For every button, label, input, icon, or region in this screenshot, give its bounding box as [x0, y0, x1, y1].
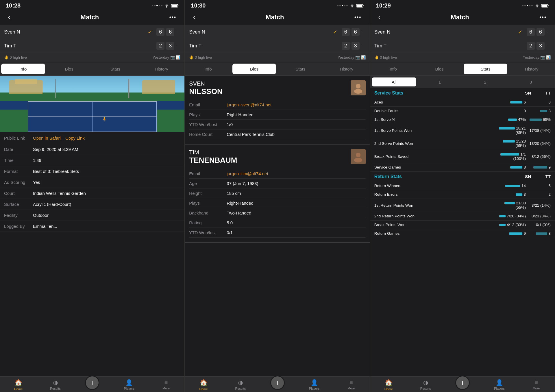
winner-check-3: ✓	[518, 29, 522, 35]
more-button-2[interactable]: •••	[352, 13, 364, 22]
tab-bios-3[interactable]: Bios	[417, 64, 461, 74]
tab-history-2[interactable]: History	[325, 64, 369, 74]
players-label-2: Players	[309, 387, 320, 390]
back-button-1[interactable]: ‹	[6, 12, 12, 22]
bio-ytd-p1: YTD Won/Lost 1/0	[189, 120, 365, 130]
add-button-3[interactable]: +	[455, 376, 470, 390]
court-value: Indian Wells Tennis Garden	[33, 191, 86, 196]
tab-stats-3[interactable]: Stats	[464, 64, 508, 74]
bottom-more-1[interactable]: ≡ More	[148, 379, 185, 391]
time-label: Time	[4, 158, 33, 163]
rating-label-p2: Rating	[189, 220, 227, 225]
add-button-2[interactable]: +	[270, 376, 285, 390]
bottom-more-2[interactable]: ≡ More	[333, 379, 370, 391]
bottom-tab-bar-3: 🏠 Home ◑ Results + 👤 Players ≡ More	[370, 376, 555, 392]
set2-p2-1: 3	[166, 42, 174, 50]
stats-tab-all[interactable]: All	[372, 77, 417, 86]
2rpw-label: 2nd Return Points Won	[374, 214, 499, 218]
df-tt: 3	[528, 109, 551, 113]
tab-stats-1[interactable]: Stats	[93, 64, 137, 74]
bottom-home-1[interactable]: 🏠 Home	[0, 379, 37, 391]
bottom-players-1[interactable]: 👤 Players	[111, 379, 148, 391]
bio-plays-p2: Plays Right-Handed	[189, 198, 365, 208]
open-safari-link[interactable]: Open in Safari	[33, 136, 61, 140]
bottom-results-2[interactable]: ◑ Results	[222, 379, 259, 391]
status-time-3: 10:29	[376, 2, 391, 9]
set1-p1-1: 6	[156, 28, 164, 36]
serve-p2-2: ·	[362, 43, 366, 49]
rw-label: Return Winners	[374, 184, 499, 188]
more-button-3[interactable]: •••	[537, 13, 549, 22]
bottom-results-1[interactable]: ◑ Results	[37, 379, 74, 391]
player1-name-2: Sven N	[189, 29, 333, 35]
df-sn: 0	[499, 109, 528, 113]
email-value-p1[interactable]: jurgen+sven@alt74.net	[227, 102, 271, 107]
scoreboard-1: Sven N ✓ 6 6 · Tim T ✓ 2 3 · 🤚 0 high fi…	[0, 25, 184, 62]
serve-p1-2: ·	[362, 29, 366, 35]
bio-name-p1: SVEN NILSSON	[189, 80, 223, 96]
plays-label-p1: Plays	[189, 112, 227, 117]
dot1-3	[522, 5, 523, 6]
scoreboard-3: Sven N ✓ 6 6 · Tim T ✓ 2 3 · 🤚 0 high fi…	[370, 25, 555, 62]
tab-stats-2[interactable]: Stats	[278, 64, 322, 74]
score-row-p1-1: Sven N ✓ 6 6 ·	[0, 25, 184, 39]
bottom-tab-bar-2: 🏠 Home ◑ Results + 👤 Players ≡ More	[185, 376, 369, 392]
surface-row: Surface Acrylic (Hard-Court)	[0, 199, 184, 210]
tab-history-1[interactable]: History	[140, 64, 184, 74]
stats-tab-1[interactable]: 1	[417, 77, 462, 86]
bio-header-p1: SVEN NILSSON	[189, 80, 365, 96]
wifi-icon-1	[164, 4, 169, 8]
svg-point-3	[352, 7, 352, 8]
tab-bios-2[interactable]: Bios	[232, 64, 276, 74]
bottom-players-2[interactable]: 👤 Players	[296, 379, 333, 391]
tab-bar-3: Info Bios Stats History	[370, 62, 555, 76]
winner-check-2: ✓	[333, 29, 337, 35]
add-button-1[interactable]: +	[85, 376, 99, 390]
rw-sn: 14	[499, 184, 528, 188]
copy-link[interactable]: Copy Link	[65, 136, 85, 140]
home-icon-2: 🏠	[200, 379, 208, 387]
bottom-players-3[interactable]: 👤 Players	[481, 379, 518, 391]
bio-height-p2: Height 185 cm	[189, 188, 365, 198]
results-icon-2: ◑	[238, 379, 243, 386]
svg-point-6	[356, 84, 360, 88]
1sp-tt: 65%	[528, 117, 551, 122]
tab-info-1[interactable]: Info	[1, 64, 45, 74]
re-label: Return Errors	[374, 192, 499, 197]
tab-info-3[interactable]: Info	[371, 64, 415, 74]
back-button-3[interactable]: ‹	[376, 12, 383, 22]
status-bar-3: 10:29	[370, 0, 555, 10]
tab-bios-1[interactable]: Bios	[47, 64, 91, 74]
bottom-add-2[interactable]: +	[259, 379, 296, 391]
dot1-2	[337, 5, 338, 6]
bottom-results-3[interactable]: ◑ Results	[407, 379, 444, 391]
tab-history-3[interactable]: History	[510, 64, 554, 74]
bottom-add-3[interactable]: +	[444, 379, 481, 391]
bottom-add-1[interactable]: +	[74, 379, 111, 391]
tab-info-2[interactable]: Info	[186, 64, 230, 74]
stats-tab-3[interactable]: 3	[508, 77, 553, 86]
plays-value-p2: Right-Handed	[227, 201, 254, 206]
more-button-1[interactable]: •••	[167, 13, 179, 22]
nav-bar-1: ‹ Match •••	[0, 10, 184, 25]
home-label-2: Home	[199, 387, 208, 391]
bottom-more-3[interactable]: ≡ More	[518, 379, 555, 391]
svg-point-8	[356, 153, 360, 157]
aces-label: Aces	[374, 100, 499, 104]
stat-aces: Aces 6 3	[370, 98, 555, 107]
score-row-p2-1: Tim T ✓ 2 3 ·	[0, 39, 184, 53]
email-value-p2[interactable]: jurgen+tim@alt74.net	[227, 171, 268, 176]
bottom-home-2[interactable]: 🏠 Home	[185, 379, 222, 391]
status-icons-2	[337, 4, 364, 8]
stats-tab-2[interactable]: 2	[463, 77, 508, 86]
svg-point-9	[354, 158, 362, 162]
battery-icon-2	[356, 4, 364, 8]
set1-p1-3: 6	[527, 28, 535, 36]
results-label-3: Results	[420, 387, 431, 390]
2spw-sn: 15/23 (65%)	[499, 139, 528, 148]
svg-point-0	[166, 7, 167, 8]
back-button-2[interactable]: ‹	[191, 12, 197, 22]
time-value: 1:49	[33, 158, 41, 163]
dot3	[156, 5, 158, 6]
bottom-home-3[interactable]: 🏠 Home	[370, 379, 407, 391]
